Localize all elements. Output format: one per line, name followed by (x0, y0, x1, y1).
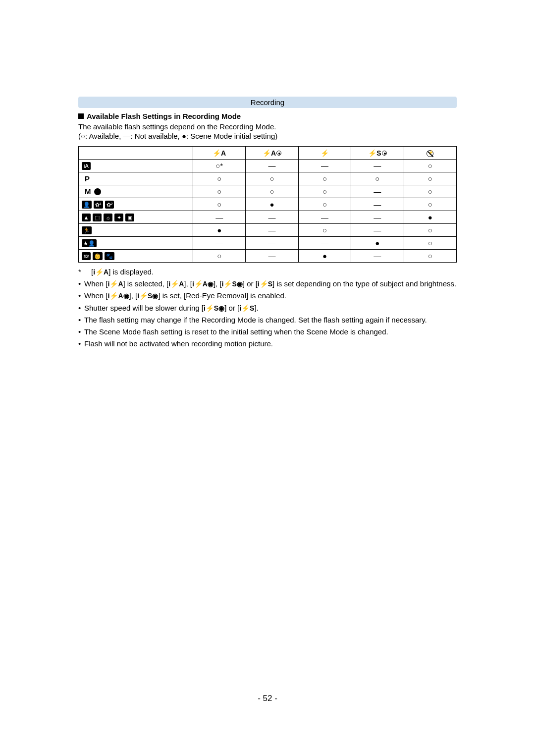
cell: — (246, 237, 298, 250)
table-row: M ○ ○ ○ — ○ (79, 185, 457, 198)
legend-notavailable: —: Not available, (123, 132, 182, 140)
cell: — (298, 237, 351, 250)
cell: — (351, 185, 404, 198)
m-label: M (85, 187, 91, 196)
sunset-icon: ☼ (104, 214, 112, 221)
flash-slow-redeye-icon: ⚡S (368, 149, 386, 157)
cell: ○ (404, 160, 456, 172)
frame-icon: ▣ (125, 214, 134, 221)
p-label: P (81, 174, 90, 183)
pet-icon: 🐾 (105, 252, 114, 260)
cell: ○ (193, 185, 245, 198)
flash-settings-table: ⚡A ⚡A ⚡ ⚡S iA ○* — — — ○ P ○ ○ ○ ○ ○ M ○… (78, 146, 457, 263)
header-slowsync-redeye: ⚡S (351, 147, 404, 160)
cell: ● (298, 250, 351, 263)
redeye-icon (276, 151, 281, 156)
page-content: Recording Available Flash Settings in Re… (0, 0, 535, 349)
cell: — (193, 211, 245, 224)
cell: — (246, 224, 298, 237)
soft-skin-icon: ✿¹ (94, 201, 103, 209)
cell: — (298, 160, 351, 172)
cell: ● (404, 211, 456, 224)
cell: ● (351, 237, 404, 250)
table-row: ★👤 — — — ● ○ (79, 237, 457, 250)
note-item: When [i⚡A◉], [i⚡S◉] is set, [Red-Eye Rem… (78, 291, 457, 301)
sym-icon: i⚡S◉ (204, 304, 224, 312)
header-forced-on: ⚡ (298, 147, 351, 160)
cell: — (351, 250, 404, 263)
row-portraits: 👤✿¹✿² (79, 198, 193, 211)
cell: ○ (404, 198, 456, 211)
section-header-band: Recording (78, 97, 457, 108)
row-night-portrait: ★👤 (79, 237, 193, 250)
header-blank (79, 147, 193, 160)
creative-icon (94, 188, 101, 195)
cell: ○ (193, 198, 245, 211)
header-label: Recording (251, 98, 284, 107)
note-item: The Scene Mode flash setting is reset to… (78, 327, 457, 337)
cell: — (246, 250, 298, 263)
sym-icon: i⚡A◉ (108, 292, 129, 300)
cell: ○ (404, 237, 456, 250)
legend-line: (○: Available, —: Not available, ●: Scen… (78, 132, 457, 140)
table-row: ▲⬚☼✦▣ — — — — ● (79, 211, 457, 224)
note-item: Flash will not be activated when recordi… (78, 339, 457, 349)
cell: ○ (351, 172, 404, 185)
cell: ● (193, 224, 245, 237)
cell: — (298, 211, 351, 224)
night-portrait-icon: ★👤 (82, 239, 97, 247)
row-sports: 🏃 (79, 224, 193, 237)
footnote-mark: * (78, 268, 86, 276)
cell: ● (246, 198, 298, 211)
sym-icon: i⚡A (168, 280, 184, 288)
cell: — (246, 211, 298, 224)
glass-icon: ✦ (114, 214, 123, 221)
cell: — (351, 224, 404, 237)
cell: ○ (298, 224, 351, 237)
flash-ia-icon: i⚡A (93, 268, 108, 276)
cell: — (351, 160, 404, 172)
table-row: 🍽👶🐾 ○ — ● — ○ (79, 250, 457, 263)
sym-icon: i⚡S (258, 280, 272, 288)
cell: ○ (246, 185, 298, 198)
cell: ○ (246, 172, 298, 185)
cell: ○ (298, 172, 351, 185)
note-item: Shutter speed will be slower during [i⚡S… (78, 303, 457, 313)
sym-icon: i⚡A◉ (192, 280, 214, 288)
footnote-text: [i⚡A] is displayed. (91, 268, 154, 276)
scenery-icon: ▲ (82, 214, 91, 221)
cell: — (351, 211, 404, 224)
ia-icon: iA (82, 162, 91, 170)
header-auto: ⚡A (193, 147, 245, 160)
intro-line: The available flash settings depend on t… (78, 122, 457, 131)
cell: — (351, 198, 404, 211)
sym-icon: i⚡A (108, 280, 123, 288)
sports-icon: 🏃 (82, 226, 92, 234)
sym-icon: i⚡S◉ (222, 280, 243, 288)
cell: ○ (193, 172, 245, 185)
flash-off-icon (427, 150, 433, 157)
cell: ○ (298, 198, 351, 211)
redeye-icon (382, 151, 387, 156)
table-header-row: ⚡A ⚡A ⚡ ⚡S (79, 147, 457, 160)
portrait-icon: 👤 (82, 201, 92, 209)
cell: — (246, 160, 298, 172)
legend-initial: ●: Scene Mode initial setting) (182, 132, 277, 140)
baby-icon: 👶 (93, 252, 103, 260)
sym-icon: i⚡S (239, 304, 254, 312)
panorama-icon: ⬚ (93, 214, 102, 221)
page-number: - 52 - (0, 694, 535, 703)
cell: ○* (193, 160, 245, 172)
notes-list: When [i⚡A] is selected, [i⚡A], [i⚡A◉], [… (78, 279, 457, 349)
cell: ○ (404, 250, 456, 263)
row-scenery-group: ▲⬚☼✦▣ (79, 211, 193, 224)
soft-skin2-icon: ✿² (105, 201, 114, 209)
flash-auto-redeye-icon: ⚡A (263, 149, 281, 157)
table-row: 👤✿¹✿² ○ ● ○ — ○ (79, 198, 457, 211)
section-title-text: Available Flash Settings in Recording Mo… (87, 112, 241, 120)
table-row: P ○ ○ ○ ○ ○ (79, 172, 457, 185)
cell: ○ (404, 224, 456, 237)
flash-auto-icon: ⚡A (213, 149, 226, 157)
cell: ○ (404, 172, 456, 185)
row-intelligent-auto: iA (79, 160, 193, 172)
